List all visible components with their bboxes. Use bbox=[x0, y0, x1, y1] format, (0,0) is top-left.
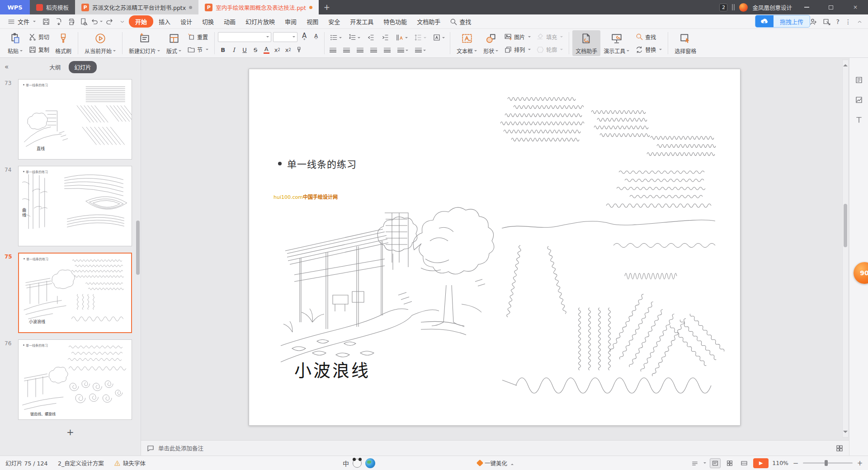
slide-thumbnail-76[interactable]: 76 单一线条的练习 锯齿线、螺旋线 bbox=[5, 339, 141, 420]
slideshow-play-button[interactable]: ▶ bbox=[753, 458, 769, 468]
minimize-button[interactable] bbox=[797, 0, 816, 14]
export-button[interactable] bbox=[53, 16, 65, 27]
zoom-slider-thumb[interactable] bbox=[825, 460, 828, 466]
slide-75[interactable]: 单一线条的练习 hui100.com中国手绘设计网 小波浪线 bbox=[249, 69, 741, 426]
menu-security[interactable]: 安全 bbox=[324, 15, 344, 28]
new-slide-button[interactable]: 新建幻灯片 bbox=[126, 30, 163, 56]
tab-document-1[interactable]: P 苏派文化之苏派精工平台计划书.pptx bbox=[75, 0, 198, 14]
zoom-out-button[interactable]: − bbox=[792, 459, 799, 467]
slide-thumbnail-75-selected[interactable]: 75 单一线条的练习 小波浪线 bbox=[5, 253, 141, 333]
zoom-level[interactable]: 110% bbox=[772, 460, 788, 466]
textbox-button[interactable]: 文本框 bbox=[453, 30, 480, 56]
slide-thumbnail-73[interactable]: 73 单一线条的练习 直线 bbox=[5, 79, 141, 160]
slide-canvas-area[interactable]: 单一线条的练习 hui100.com中国手绘设计网 小波浪线 bbox=[141, 58, 849, 440]
menu-insert[interactable]: 插入 bbox=[154, 15, 175, 28]
properties-panel-icon[interactable] bbox=[855, 76, 863, 84]
menu-review[interactable]: 审阅 bbox=[280, 15, 301, 28]
notification-badge[interactable]: 2 bbox=[719, 4, 727, 11]
menu-developer[interactable]: 开发工具 bbox=[345, 15, 378, 28]
tab-resize-handle[interactable] bbox=[732, 4, 735, 10]
tab-close-dot[interactable] bbox=[189, 6, 192, 9]
collapse-ribbon-icon[interactable] bbox=[857, 18, 863, 26]
redo-button[interactable] bbox=[104, 16, 115, 27]
insert-picture-button[interactable]: 图片 bbox=[502, 32, 533, 41]
close-button[interactable]: × bbox=[845, 0, 865, 14]
grid-view-icon[interactable] bbox=[835, 444, 844, 452]
account-name[interactable]: 金凤凰创意设计 bbox=[752, 3, 792, 12]
zoom-slider[interactable] bbox=[803, 462, 853, 464]
align-right-button[interactable] bbox=[355, 47, 365, 54]
find-menu-button[interactable]: 查找 bbox=[446, 17, 475, 26]
zoom-in-button[interactable]: + bbox=[856, 459, 863, 467]
paragraph-layout-button[interactable] bbox=[431, 33, 447, 42]
add-slide-button[interactable]: + bbox=[61, 427, 80, 437]
decrease-indent-button[interactable] bbox=[365, 33, 377, 42]
strikethrough-button[interactable]: S bbox=[250, 45, 260, 54]
invite-user-icon[interactable] bbox=[809, 18, 817, 26]
subscript-button[interactable]: x2 bbox=[283, 45, 293, 54]
find-button[interactable]: 查找 bbox=[633, 32, 664, 41]
collapse-panel-button[interactable]: « bbox=[5, 63, 14, 71]
font-color-button[interactable]: A bbox=[261, 45, 271, 54]
slide-layout-button[interactable]: 版式 bbox=[163, 30, 184, 56]
canvas-scrollbar[interactable] bbox=[842, 60, 849, 437]
panel-scrollbar-thumb[interactable] bbox=[136, 221, 140, 275]
shapes-button[interactable]: 形状 bbox=[480, 30, 501, 56]
arrange-button[interactable]: 排列 bbox=[502, 45, 533, 54]
slide-caption[interactable]: 小波浪线 bbox=[294, 357, 370, 381]
presentation-tools-button[interactable]: 演示工具 bbox=[600, 30, 632, 56]
text-tool-icon[interactable] bbox=[855, 116, 863, 124]
file-menu[interactable]: 文件 bbox=[4, 17, 39, 26]
line-spacing-button[interactable] bbox=[412, 33, 428, 42]
restore-button[interactable] bbox=[821, 0, 841, 14]
slide-sorter-view-button[interactable] bbox=[724, 458, 735, 468]
status-menu-icon[interactable] bbox=[691, 459, 698, 467]
one-click-beautify-button[interactable]: 一键美化 bbox=[477, 459, 514, 467]
paste-button[interactable]: 粘贴 bbox=[5, 30, 26, 56]
tab-document-2-active[interactable]: P 室内手绘效果图概念及表达技法.ppt bbox=[198, 0, 319, 14]
selection-pane-button[interactable]: 选择窗格 bbox=[671, 30, 699, 56]
outline-button[interactable]: 轮廓 bbox=[534, 45, 565, 54]
drag-upload-tooltip[interactable]: 拖拽上传 bbox=[755, 15, 810, 28]
menu-animation[interactable]: 动画 bbox=[219, 15, 240, 28]
menu-design[interactable]: 设计 bbox=[176, 15, 197, 28]
clear-format-button[interactable] bbox=[294, 45, 304, 54]
align-left-button[interactable] bbox=[328, 47, 338, 54]
unsaved-dot[interactable] bbox=[309, 6, 312, 9]
menu-home[interactable]: 开始 bbox=[129, 15, 153, 28]
menu-special-features[interactable]: 特色功能 bbox=[379, 15, 411, 28]
distribute-button[interactable] bbox=[382, 47, 392, 54]
font-name-select[interactable] bbox=[218, 32, 271, 42]
increase-indent-button[interactable] bbox=[379, 33, 391, 42]
account-avatar[interactable] bbox=[739, 3, 748, 12]
scrollbar-thumb[interactable] bbox=[844, 204, 847, 247]
normal-view-button[interactable] bbox=[710, 458, 721, 468]
help-button[interactable]: ? bbox=[836, 18, 840, 25]
slide-title[interactable]: 单一线条的练习 bbox=[278, 157, 357, 170]
design-scheme[interactable]: 2_自定义设计方案 bbox=[58, 459, 104, 467]
chart-pane-icon[interactable] bbox=[855, 96, 863, 104]
wps-menu-button[interactable]: WPS bbox=[0, 0, 30, 14]
slide-thumbnail-74[interactable]: 74 单一线条的练习 曲线 bbox=[5, 166, 141, 246]
launch-window-icon[interactable] bbox=[823, 18, 831, 26]
increase-font-button[interactable]: A+ bbox=[299, 33, 309, 42]
cut-button[interactable]: 剪切 bbox=[27, 32, 51, 41]
format-painter-button[interactable]: 格式刷 bbox=[52, 30, 75, 56]
missing-font-warning[interactable]: 缺失字体 bbox=[114, 459, 146, 467]
replace-button[interactable]: 替换 bbox=[633, 45, 664, 54]
new-tab-button[interactable]: + bbox=[319, 0, 335, 14]
slides-tab[interactable]: 幻灯片 bbox=[69, 61, 97, 73]
ime-indicator[interactable]: 中 bbox=[343, 459, 349, 468]
undo-button[interactable] bbox=[91, 16, 103, 27]
menu-transition[interactable]: 切换 bbox=[198, 15, 218, 28]
text-direction-button[interactable] bbox=[394, 33, 410, 42]
print-button[interactable] bbox=[66, 16, 77, 27]
play-from-current-button[interactable]: 从当前开始 bbox=[81, 30, 119, 56]
italic-button[interactable]: I bbox=[229, 45, 239, 54]
copy-button[interactable]: 复制 bbox=[27, 45, 51, 54]
decrease-font-button[interactable]: A− bbox=[311, 33, 321, 42]
justify-button[interactable] bbox=[368, 47, 379, 54]
superscript-button[interactable]: x2 bbox=[272, 45, 282, 54]
scroll-down-icon[interactable] bbox=[843, 431, 848, 435]
more-quick-actions[interactable] bbox=[116, 16, 128, 27]
